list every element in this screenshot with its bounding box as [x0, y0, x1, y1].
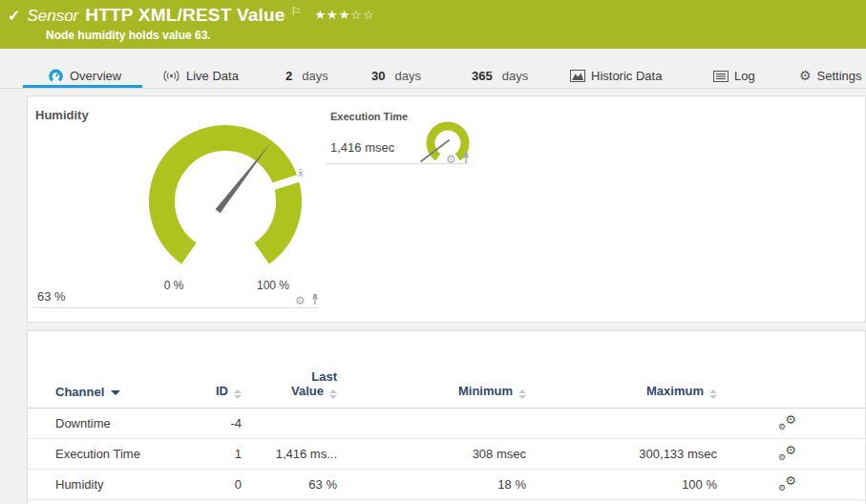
tab-log[interactable]: Log — [713, 69, 755, 83]
channel-maximum: 100 % — [526, 470, 717, 500]
channel-minimum: 18 % — [337, 470, 526, 500]
gauge-icon — [48, 69, 64, 83]
gauge-min-label: 0 % — [155, 279, 193, 292]
table-row-humidity[interactable]: Humidity 0 63 % 18 % 100 % ⚙⚙ — [28, 470, 865, 500]
tab-overview-label: Overview — [70, 69, 121, 83]
sort-icon — [329, 389, 337, 399]
tab-settings[interactable]: ⚙ Settings — [799, 69, 862, 83]
channel-table: Channel ID LastValue Minimum Maximum Dow… — [28, 331, 865, 500]
channel-id: 1 — [189, 439, 242, 470]
area-chart-icon — [570, 70, 585, 82]
channel-settings-icon[interactable]: ⚙⚙ — [778, 475, 796, 492]
humidity-gauge-pin-icon[interactable] — [310, 292, 320, 309]
channel-settings-icon[interactable]: ⚙⚙ — [778, 414, 796, 430]
priority-stars[interactable]: ★★★☆☆ — [314, 8, 374, 22]
column-header-channel[interactable]: Channel — [28, 331, 189, 409]
average-marker-label: x̄ — [298, 167, 304, 178]
channel-settings-icon[interactable]: ⚙⚙ — [778, 445, 796, 461]
channel-id: -4 — [189, 409, 242, 439]
tab-30-days[interactable]: 30 days — [371, 69, 421, 83]
channel-last-value — [242, 409, 337, 439]
tab-2-days[interactable]: 2 days — [285, 69, 328, 83]
page-title: HTTP XML/REST Value — [85, 5, 285, 26]
execution-time-current-value: 1,416 msec — [330, 140, 394, 155]
sort-icon — [518, 389, 526, 399]
gauge-max-label: 100 % — [254, 279, 292, 292]
log-list-icon — [713, 71, 729, 82]
status-ok-check-icon: ✓ — [8, 7, 20, 25]
active-tab-indicator — [23, 85, 142, 88]
gear-icon: ⚙ — [799, 70, 812, 82]
overview-gauges-panel: Humidity x̄ 0 % 100 % 63 % ⚙ Execution T… — [27, 95, 866, 323]
channel-name[interactable]: Downtime — [28, 409, 189, 439]
stars-empty: ☆☆ — [350, 8, 374, 22]
column-header-maximum[interactable]: Maximum — [526, 331, 717, 409]
execution-time-gauge-title: Execution Time — [330, 111, 408, 122]
tab-365-days-label: days — [502, 69, 528, 83]
sort-icon — [709, 389, 717, 399]
channel-maximum: 300,133 msec — [526, 439, 717, 470]
column-header-minimum[interactable]: Minimum — [337, 331, 526, 409]
channel-name[interactable]: Execution Time — [28, 439, 189, 470]
tab-30-days-number: 30 — [371, 69, 385, 83]
tab-365-days[interactable]: 365 days — [472, 69, 528, 83]
humidity-current-value: 63 % — [37, 289, 66, 304]
tab-30-days-label: days — [394, 69, 420, 83]
execution-gauge-pin-icon[interactable] — [461, 151, 471, 168]
sort-icon — [234, 389, 242, 399]
column-header-settings — [717, 331, 803, 409]
execution-gauge-gear-icon[interactable]: ⚙ — [446, 154, 456, 165]
humidity-gauge-gear-icon[interactable]: ⚙ — [295, 295, 306, 306]
tab-overview[interactable]: Overview — [48, 69, 121, 83]
channel-minimum — [337, 409, 526, 439]
column-header-id[interactable]: ID — [189, 331, 242, 409]
sensor-status-message: Node humidity holds value 63. — [0, 29, 866, 42]
tab-live-data-label: Live Data — [186, 69, 239, 83]
table-row-execution-time[interactable]: Execution Time 1 1,416 ms... 308 msec 30… — [28, 439, 865, 470]
tab-historic-data-label: Historic Data — [591, 69, 662, 83]
stars-filled: ★★★ — [314, 8, 350, 22]
object-kind-label: Sensor — [27, 7, 78, 26]
channel-minimum: 308 msec — [337, 439, 526, 470]
tab-2-days-number: 2 — [285, 69, 292, 83]
tab-settings-label: Settings — [817, 69, 862, 83]
channel-name[interactable]: Humidity — [28, 470, 189, 500]
sensor-status-banner: ✓ Sensor HTTP XML/REST Value ⚐ ★★★☆☆ Nod… — [0, 0, 866, 49]
tab-log-label: Log — [734, 69, 755, 83]
tab-365-days-number: 365 — [472, 69, 493, 83]
channel-table-panel: Channel ID LastValue Minimum Maximum Dow… — [27, 330, 866, 504]
channel-last-value: 63 % — [242, 470, 337, 500]
column-header-last-value[interactable]: LastValue — [242, 331, 337, 409]
channel-id: 0 — [189, 470, 242, 500]
humidity-gauge-title: Humidity — [35, 108, 89, 122]
table-row-downtime[interactable]: Downtime -4 ⚙⚙ — [28, 409, 865, 439]
chevron-down-icon — [111, 390, 120, 395]
tab-2-days-label: days — [302, 69, 327, 83]
humidity-gauge — [142, 120, 314, 284]
channel-maximum — [526, 409, 717, 439]
tab-historic-data[interactable]: Historic Data — [570, 69, 662, 83]
broadcast-icon — [162, 70, 180, 82]
channel-last-value: 1,416 ms... — [242, 439, 337, 470]
tab-live-data[interactable]: Live Data — [162, 69, 239, 83]
sensor-tab-bar: Overview Live Data 2 days 30 days 365 da… — [0, 49, 866, 89]
humidity-widget-divider — [32, 307, 319, 308]
flag-icon[interactable]: ⚐ — [291, 5, 302, 18]
